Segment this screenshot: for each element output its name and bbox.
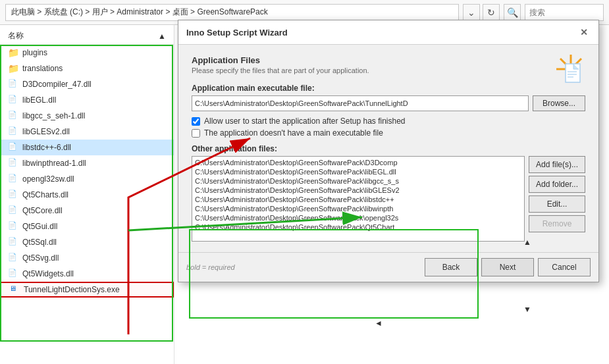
- footer-buttons: Back Next Cancel: [425, 258, 591, 276]
- explorer-window: 此电脑 > 系统盘 (C:) > 用户 > Administrator > 桌面…: [0, 0, 609, 364]
- svg-rect-4: [566, 64, 580, 82]
- list-item[interactable]: 📄 Qt5Gui.dll: [0, 219, 174, 234]
- edit-button[interactable]: Edit...: [529, 195, 585, 213]
- exe-field-label: Application main executable file:: [192, 84, 585, 93]
- next-button[interactable]: Next: [481, 258, 534, 276]
- address-path: 此电脑 > 系统盘 (C:) > 用户 > Administrator > 桌面…: [5, 4, 459, 21]
- file-icon: 📄: [8, 126, 18, 137]
- file-icon: 📄: [8, 269, 18, 279]
- browse-button[interactable]: Browse...: [533, 95, 585, 111]
- other-files-row: C:\Users\Administrator\Desktop\GreenSoft…: [192, 156, 585, 242]
- back-button[interactable]: Back: [425, 258, 477, 276]
- checkbox-allow-start[interactable]: [192, 117, 200, 126]
- item-label: translations: [22, 64, 63, 73]
- checkbox-1-label: Allow user to start the application afte…: [204, 117, 406, 126]
- item-label: libEGL.dll: [22, 95, 56, 105]
- item-label: Qt5Core.dll: [22, 206, 63, 215]
- close-icon[interactable]: ✕: [577, 26, 591, 39]
- add-folder-button[interactable]: Add folder...: [529, 176, 585, 193]
- dialog-decoration-icon: [554, 52, 588, 86]
- item-label: libgcc_s_seh-1.dll: [22, 111, 85, 120]
- address-controls: ⌄ ↻: [463, 4, 500, 21]
- other-files-list[interactable]: C:\Users\Administrator\Desktop\GreenSoft…: [192, 156, 525, 242]
- list-item[interactable]: 📄 opengl32sw.dll: [0, 171, 174, 187]
- list-item-selected[interactable]: 📄 libstdc++-6.dll: [0, 140, 174, 155]
- column-name: 名称: [8, 30, 24, 41]
- list-item: C:\Users\Administrator\Desktop\GreenSoft…: [194, 158, 523, 167]
- dialog-content: Application Files Please specify the fil…: [178, 45, 598, 252]
- list-item[interactable]: 📁 translations: [0, 61, 174, 76]
- list-item-exe[interactable]: 🖥 TunnelLightDectionSys.exe: [0, 282, 174, 298]
- section-subtitle: Please specify the files that are part o…: [192, 66, 585, 74]
- dialog-footer: bold = required Back Next Cancel: [178, 252, 598, 282]
- file-icon: 📄: [8, 253, 18, 263]
- checkbox-row-1: Allow user to start the application afte…: [192, 117, 585, 126]
- item-label: Qt5Charts.dll: [22, 190, 68, 199]
- checkbox-no-exe[interactable]: [192, 129, 200, 138]
- item-label: Qt5Sql.dll: [22, 238, 57, 247]
- item-label: TunnelLightDectionSys.exe: [24, 285, 120, 294]
- list-item: C:\Users\Administrator\Desktop\GreenSoft…: [194, 186, 523, 195]
- list-item: C:\Users\Administrator\Desktop\GreenSoft…: [194, 222, 523, 232]
- item-label: plugins: [22, 48, 47, 57]
- folder-icon: 📁: [8, 47, 18, 58]
- dialog-title: Inno Setup Script Wizard: [186, 28, 288, 38]
- folder-icon: 📁: [8, 63, 18, 74]
- list-item[interactable]: 📄 libGLESv2.dll: [0, 124, 174, 140]
- list-item: C:\Users\Administrator\Desktop\GreenSoft…: [194, 176, 523, 186]
- list-item[interactable]: 📄 libEGL.dll: [0, 92, 174, 108]
- list-item[interactable]: 📄 libgcc_s_seh-1.dll: [0, 108, 174, 124]
- list-item[interactable]: 📄 Qt5Svg.dll: [0, 250, 174, 266]
- item-label: Qt5Svg.dll: [22, 253, 59, 263]
- refresh-btn[interactable]: ↻: [483, 4, 500, 21]
- file-icon: 📄: [8, 142, 18, 153]
- list-item[interactable]: 📄 Qt5Sql.dll: [0, 234, 174, 250]
- file-list-header: 名称 ▲: [0, 28, 174, 45]
- footer-hint: bold = required: [186, 263, 235, 271]
- section-title: Application Files: [192, 55, 585, 65]
- chevron-down-btn[interactable]: ⌄: [463, 4, 480, 21]
- file-icon: 📄: [8, 174, 18, 184]
- exe-icon: 🖥: [9, 284, 20, 295]
- search-icon[interactable]: 🔍: [504, 4, 521, 21]
- item-label: Qt5Widgets.dll: [22, 269, 74, 278]
- cancel-button[interactable]: Cancel: [538, 258, 591, 276]
- other-files-label: Other application files:: [192, 144, 585, 153]
- item-label: libwinpthread-1.dll: [22, 159, 86, 168]
- list-item: C:\Users\Administrator\Desktop\GreenSoft…: [194, 213, 523, 222]
- item-label: D3Dcompiler_47.dll: [22, 80, 92, 89]
- add-files-button[interactable]: Add file(s)...: [529, 156, 585, 173]
- item-label: libstdc++-6.dll: [22, 143, 71, 152]
- file-icon: 📄: [8, 158, 18, 169]
- path-text: 此电脑 > 系统盘 (C:) > 用户 > Administrator > 桌面…: [11, 7, 268, 18]
- list-item[interactable]: 📄 D3Dcompiler_47.dll: [0, 76, 174, 92]
- search-input[interactable]: [525, 4, 604, 21]
- list-item[interactable]: 📄 libwinpthread-1.dll: [0, 155, 174, 171]
- file-icon: 📄: [8, 237, 18, 247]
- list-item: C:\Users\Administrator\Desktop\GreenSoft…: [194, 204, 523, 213]
- file-icon: 📄: [8, 79, 18, 90]
- file-icon: 📄: [8, 221, 18, 232]
- list-item[interactable]: 📄 Qt5Charts.dll: [0, 187, 174, 203]
- item-label: libGLESv2.dll: [22, 127, 70, 136]
- file-icon: 📄: [8, 190, 18, 200]
- list-item: C:\Users\Administrator\Desktop\GreenSoft…: [194, 167, 523, 176]
- exe-input[interactable]: [192, 95, 529, 111]
- file-list: 名称 ▲ 📁 plugins 📁 translations 📄 D3Dcompi…: [0, 25, 174, 364]
- list-item[interactable]: 📄 Qt5Widgets.dll: [0, 266, 174, 282]
- checkbox-2-label: The application doesn't have a main exec…: [204, 128, 383, 138]
- file-icon: 📄: [8, 111, 18, 121]
- checkbox-row-2: The application doesn't have a main exec…: [192, 128, 585, 138]
- file-icon: 📄: [8, 95, 18, 105]
- file-icon: 📄: [8, 205, 18, 216]
- item-label: opengl32sw.dll: [22, 174, 74, 184]
- list-item: C:\Users\Administrator\Desktop\GreenSoft…: [194, 195, 523, 204]
- list-item[interactable]: 📁 plugins: [0, 45, 174, 61]
- inno-setup-dialog: Inno Setup Script Wizard ✕ Applicat: [178, 20, 599, 282]
- exe-field-row: Browse...: [192, 95, 585, 111]
- item-label: Qt5Gui.dll: [22, 222, 57, 231]
- file-action-buttons: Add file(s)... Add folder... Edit... Rem…: [529, 156, 585, 232]
- remove-button[interactable]: Remove: [529, 215, 585, 232]
- list-item[interactable]: 📄 Qt5Core.dll: [0, 203, 174, 219]
- sort-arrow: ▲: [158, 32, 166, 41]
